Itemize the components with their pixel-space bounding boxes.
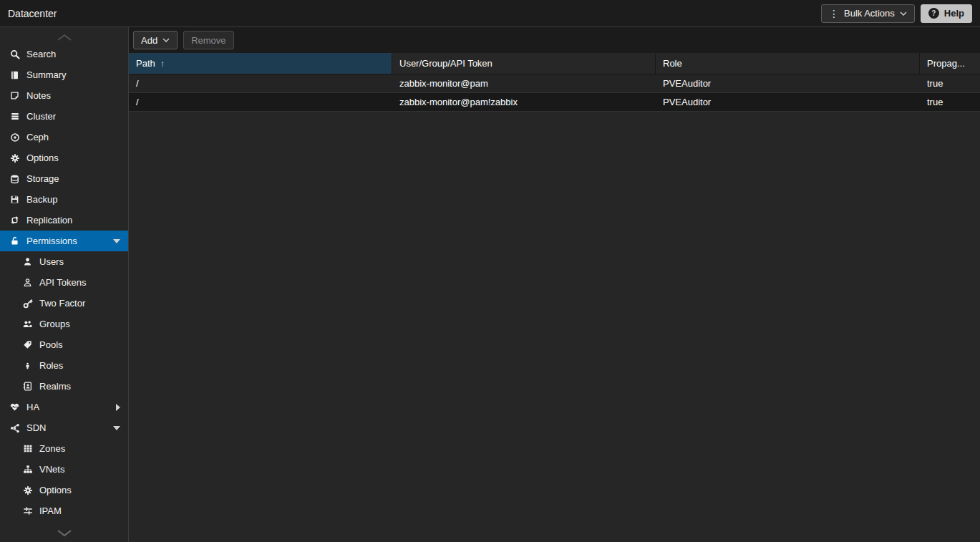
table-row[interactable]: /zabbix-monitor@pam!zabbixPVEAuditortrue [129, 93, 980, 112]
remove-button[interactable]: Remove [183, 31, 233, 49]
sidebar-item-ceph[interactable]: Ceph [0, 127, 128, 147]
sidebar-item-pools[interactable]: Pools [0, 334, 128, 355]
sidebar-item-label: IPAM [39, 505, 62, 516]
sidebar-item-label: Zones [39, 443, 65, 454]
caret-down-icon[interactable] [113, 231, 120, 251]
topbar-actions: ⋮ Bulk Actions ? Help [821, 4, 972, 23]
sort-ascending-icon: ↑ [160, 58, 165, 69]
column-header-label: Propag... [927, 58, 965, 69]
tag-icon [22, 339, 33, 350]
sidebar-item-label: SDN [26, 422, 46, 433]
sidebar-item-replication[interactable]: Replication [0, 210, 128, 231]
cell-path: / [129, 74, 392, 92]
cell-propagate: true [920, 74, 980, 92]
sidebar-item-label: Pools [39, 339, 63, 350]
sidebar-item-ha[interactable]: HA [0, 397, 128, 417]
unlock-icon [9, 236, 20, 246]
chevron-down-icon [162, 38, 170, 42]
help-label: Help [944, 8, 964, 19]
sidebar-item-sdn[interactable]: SDN [0, 417, 128, 438]
address-book-icon [22, 381, 33, 392]
sidebar-scroll-up[interactable] [0, 31, 128, 44]
sidebar-item-two-factor[interactable]: Two Factor [0, 293, 128, 314]
sidebar-item-label: Two Factor [39, 298, 85, 309]
sidebar-item-options[interactable]: Options [0, 480, 128, 500]
table-header: Path↑User/Group/API TokenRolePropag... [129, 53, 980, 74]
sidebar-item-label: Options [39, 485, 72, 495]
bulk-actions-button[interactable]: ⋮ Bulk Actions [821, 4, 915, 23]
sidebar-item-cluster[interactable]: Cluster [0, 106, 128, 127]
ellipsis-v-icon: ⋮ [829, 9, 839, 19]
remove-label: Remove [191, 35, 225, 46]
column-header-propag[interactable]: Propag... [920, 53, 980, 74]
sliders-icon [22, 505, 33, 516]
sidebar-item-label: Realms [39, 381, 71, 392]
sidebar-item-ipam[interactable]: IPAM [0, 500, 128, 521]
person-icon [22, 360, 33, 371]
sidebar-item-backup[interactable]: Backup [0, 189, 128, 210]
sitemap-icon [22, 464, 33, 475]
cell-propagate: true [920, 93, 980, 111]
note-icon [9, 90, 20, 101]
sidebar-item-options[interactable]: Options [0, 147, 128, 168]
floppy-icon [9, 194, 20, 205]
sidebar-item-label: Groups [39, 319, 70, 329]
replication-icon [9, 215, 20, 226]
sidebar-item-vnets[interactable]: VNets [0, 459, 128, 480]
sidebar-item-summary[interactable]: Summary [0, 64, 128, 85]
user-outline-icon [22, 277, 33, 288]
caret-right-icon[interactable] [116, 397, 120, 417]
sidebar-scroll-down[interactable] [0, 527, 128, 540]
page-title: Datacenter [8, 8, 57, 19]
help-button[interactable]: ? Help [921, 4, 972, 23]
sidebar: SearchSummaryNotesClusterCephOptionsStor… [0, 27, 129, 542]
column-header-path[interactable]: Path↑ [129, 53, 392, 74]
cell-user: zabbix-monitor@pam [392, 74, 656, 92]
sidebar-item-groups[interactable]: Groups [0, 314, 128, 334]
table-empty-area [129, 112, 980, 542]
sidebar-item-api-tokens[interactable]: API Tokens [0, 272, 128, 293]
question-circle-icon: ? [928, 8, 939, 19]
database-icon [9, 173, 20, 184]
sidebar-item-roles[interactable]: Roles [0, 355, 128, 376]
add-button[interactable]: Add [133, 31, 178, 49]
sidebar-item-users[interactable]: Users [0, 251, 128, 272]
key-icon [22, 298, 33, 309]
column-header-role[interactable]: Role [656, 53, 920, 74]
column-header-user-group-api-token[interactable]: User/Group/API Token [392, 53, 656, 74]
network-icon [9, 422, 20, 433]
sidebar-item-label: Storage [26, 173, 59, 184]
bulk-actions-label: Bulk Actions [844, 8, 895, 19]
sidebar-item-label: Users [39, 256, 64, 267]
column-header-label: Role [663, 58, 682, 69]
main-panel: Add Remove Path↑User/Group/API TokenRole… [129, 27, 980, 542]
cell-role: PVEAuditor [656, 93, 920, 111]
book-icon [9, 69, 20, 80]
gear-icon [22, 485, 33, 495]
table-body: /zabbix-monitor@pamPVEAuditortrue/zabbix… [129, 74, 980, 112]
cluster-icon [9, 111, 20, 122]
chevron-down-icon [900, 11, 907, 16]
sidebar-item-permissions[interactable]: Permissions [0, 231, 128, 251]
grid-icon [22, 443, 33, 454]
table-row[interactable]: /zabbix-monitor@pamPVEAuditortrue [129, 74, 980, 93]
cell-user: zabbix-monitor@pam!zabbix [392, 93, 656, 111]
top-bar: Datacenter ⋮ Bulk Actions ? Help [0, 0, 980, 27]
caret-down-icon[interactable] [113, 417, 120, 438]
sidebar-item-notes[interactable]: Notes [0, 85, 128, 106]
column-header-label: User/Group/API Token [399, 58, 493, 69]
sidebar-item-label: Notes [26, 90, 51, 101]
sidebar-item-label: Summary [26, 69, 67, 80]
sidebar-item-label: VNets [39, 464, 64, 475]
sidebar-item-search[interactable]: Search [0, 44, 128, 64]
chevron-up-icon [56, 34, 73, 41]
sidebar-item-zones[interactable]: Zones [0, 438, 128, 459]
search-icon [9, 49, 20, 59]
sidebar-item-storage[interactable]: Storage [0, 168, 128, 189]
add-label: Add [141, 35, 157, 46]
cell-path: / [129, 93, 392, 111]
chevron-down-icon [56, 530, 73, 537]
sidebar-item-label: Permissions [26, 236, 77, 246]
user-icon [22, 256, 33, 267]
sidebar-item-realms[interactable]: Realms [0, 376, 128, 397]
